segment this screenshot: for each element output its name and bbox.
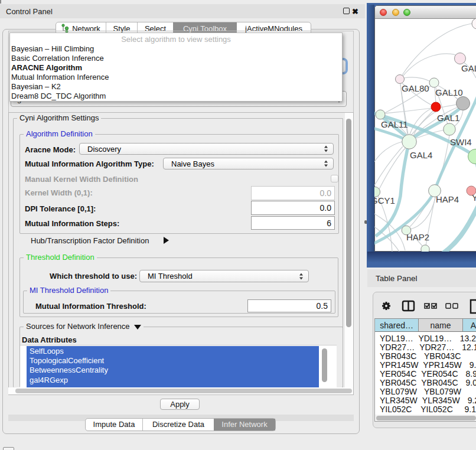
svg-text:GAL10: GAL10: [435, 87, 463, 97]
svg-text:GAL2: GAL2: [461, 63, 476, 73]
svg-text:SWI4: SWI4: [450, 137, 472, 147]
svg-text:GAL80: GAL80: [402, 83, 429, 93]
svg-text:HAP4: HAP4: [436, 194, 459, 204]
svg-text:GAL4: GAL4: [410, 150, 432, 160]
svg-text:HAP2: HAP2: [406, 232, 429, 242]
svg-text:GCY1: GCY1: [374, 195, 395, 206]
svg-text:YD: YD: [472, 193, 476, 203]
svg-text:GAL11: GAL11: [381, 119, 408, 129]
svg-text:GAL1: GAL1: [437, 113, 459, 123]
